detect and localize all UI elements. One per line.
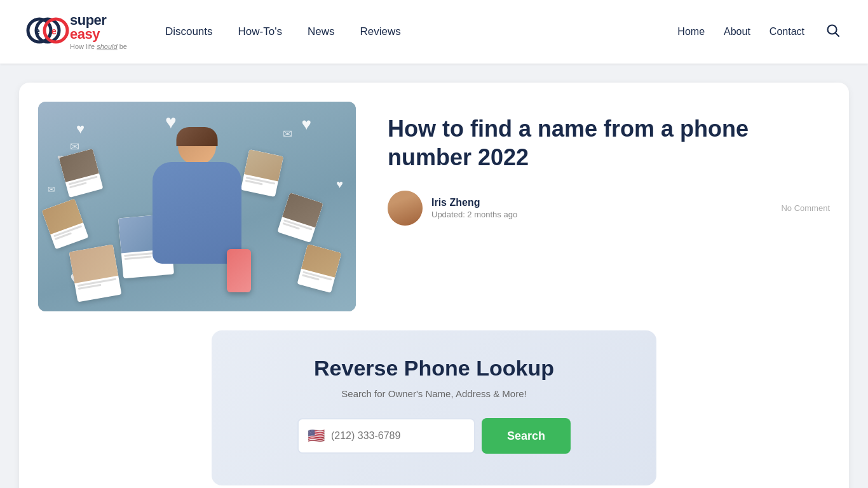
article-card: ♥ ♥ ♥ ♥ ♥ ♥ ✉ ✉ ✉ ✉ ✉ [19, 83, 849, 488]
svg-line-6 [836, 32, 839, 36]
author-details: Iris Zheng Updated: 2 months ago [431, 197, 772, 219]
search-widget: Reverse Phone Lookup Search for Owner's … [212, 330, 656, 485]
search-icon [826, 24, 840, 37]
photo-card [69, 245, 122, 302]
logo-tagline: How life should be [70, 43, 127, 50]
phone-input[interactable] [331, 430, 465, 442]
author-name: Iris Zheng [431, 197, 772, 208]
email-icon: ✉ [48, 184, 55, 194]
svg-text:e: e [51, 26, 57, 36]
phone-input-wrapper: 🇺🇸 [297, 418, 475, 454]
nav-home[interactable]: Home [677, 26, 705, 37]
page-content: ♥ ♥ ♥ ♥ ♥ ♥ ✉ ✉ ✉ ✉ ✉ [0, 64, 868, 488]
search-widget-title: Reverse Phone Lookup [231, 356, 637, 381]
heart-icon: ♥ [302, 114, 311, 134]
heart-icon: ♥ [336, 178, 343, 191]
nav-howtos[interactable]: How-To's [238, 25, 282, 38]
woman-figure [140, 127, 254, 311]
nav-about[interactable]: About [724, 26, 750, 37]
main-nav: Discounts How-To's News Reviews [165, 25, 677, 38]
article-top: ♥ ♥ ♥ ♥ ♥ ♥ ✉ ✉ ✉ ✉ ✉ [38, 102, 830, 311]
search-widget-subtitle: Search for Owner's Name, Address & More! [231, 388, 637, 399]
flag-icon: 🇺🇸 [308, 429, 325, 443]
nav-reviews[interactable]: Reviews [360, 25, 400, 38]
no-comment-label: No Comment [781, 203, 830, 213]
search-input-row: 🇺🇸 Search [231, 418, 637, 454]
nav-contact[interactable]: Contact [770, 26, 804, 37]
author-avatar [388, 191, 423, 226]
email-icon: ✉ [283, 127, 292, 141]
email-icon: ✉ [70, 140, 79, 154]
logo-text: super easy How life should be [70, 13, 127, 50]
search-button[interactable]: Search [482, 418, 571, 454]
hero-image: ♥ ♥ ♥ ♥ ♥ ♥ ✉ ✉ ✉ ✉ ✉ [38, 102, 356, 311]
logo[interactable]: e e super easy How life should be [25, 8, 127, 55]
article-title: How to find a name from a phone number 2… [388, 114, 830, 172]
site-header: e e super easy How life should be Discou… [0, 0, 868, 64]
right-nav: Home About Contact [677, 21, 843, 43]
heart-icon: ♥ [76, 121, 85, 137]
article-info: How to find a name from a phone number 2… [388, 102, 830, 226]
nav-discounts[interactable]: Discounts [165, 25, 213, 38]
logo-icon: e e [25, 8, 70, 55]
author-updated: Updated: 2 months ago [431, 210, 772, 219]
svg-text:e: e [35, 26, 40, 36]
nav-news[interactable]: News [308, 25, 335, 38]
author-row: Iris Zheng Updated: 2 months ago No Comm… [388, 191, 830, 226]
search-icon-button[interactable] [824, 21, 843, 43]
